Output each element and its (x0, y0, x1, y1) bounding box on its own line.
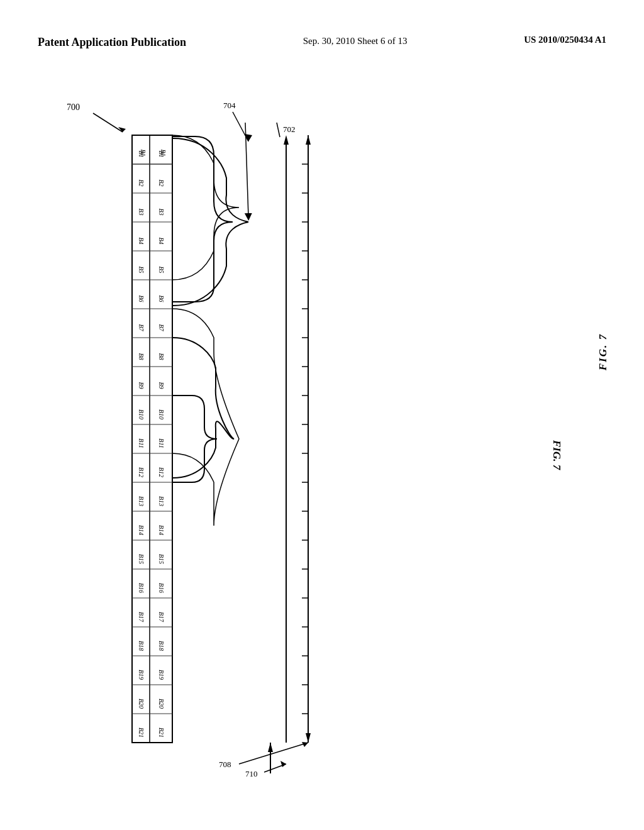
svg-text:B15: B15 (138, 554, 145, 564)
svg-text:B16: B16 (138, 583, 145, 593)
brace-upper-group (172, 136, 233, 302)
svg-marker-93 (284, 135, 289, 145)
svg-text:B12: B12 (158, 467, 165, 477)
svg-text:B14: B14 (158, 525, 165, 535)
brace2-top (173, 338, 234, 439)
svg-text:B21: B21 (138, 728, 145, 738)
svg-text:B20: B20 (158, 699, 165, 709)
svg-text:B21: B21 (158, 728, 165, 738)
brace-top (173, 138, 248, 222)
svg-text:B13: B13 (138, 496, 145, 506)
svg-text:B17: B17 (138, 612, 145, 622)
upper-brace (172, 135, 239, 280)
svg-text:B5: B5 (138, 266, 145, 273)
svg-text:B13: B13 (158, 496, 165, 506)
svg-text:B10: B10 (158, 409, 165, 419)
svg-text:B19: B19 (138, 670, 145, 680)
svg-text:B2: B2 (158, 179, 165, 186)
svg-text:B19: B19 (158, 670, 165, 680)
lower-brace (172, 309, 239, 526)
svg-text:B20: B20 (138, 699, 145, 709)
svg-text:B7: B7 (158, 324, 165, 331)
svg-text:B17: B17 (158, 612, 165, 622)
svg-text:B11: B11 (158, 438, 165, 448)
svg-text:B8: B8 (138, 353, 145, 360)
svg-text:B1: B1 (138, 150, 145, 157)
diagram-svg: 700 B1 B1 B1 B1 B2 B2 B (0, 0, 644, 830)
svg-text:B12: B12 (138, 467, 145, 477)
ruler-top-arrow (306, 135, 311, 145)
brace-lower-group (172, 396, 217, 482)
svg-text:B18: B18 (138, 641, 145, 651)
label-704: 704 (223, 101, 236, 110)
svg-marker-95 (268, 743, 273, 752)
figure-label: FIG. 7 (551, 440, 563, 471)
svg-text:B3: B3 (138, 208, 145, 215)
svg-text:B16: B16 (158, 583, 165, 593)
brace2-bottom (173, 421, 234, 478)
label-708: 708 (219, 760, 231, 769)
svg-line-98 (239, 743, 308, 764)
label-710: 710 (245, 769, 258, 778)
svg-text:B6: B6 (158, 295, 165, 302)
svg-text:B3: B3 (158, 208, 165, 215)
svg-text:B4: B4 (158, 237, 165, 244)
svg-text:B11: B11 (138, 438, 145, 448)
svg-text:B2: B2 (138, 179, 145, 186)
figure-label-text: FIG. 7 (597, 333, 609, 370)
svg-text:B1: B1 (158, 150, 165, 157)
svg-text:B8: B8 (158, 353, 165, 360)
label-700: 700 (67, 102, 80, 112)
svg-line-96 (233, 112, 248, 141)
svg-text:B15: B15 (158, 554, 165, 564)
svg-text:B6: B6 (138, 295, 145, 302)
svg-text:B7: B7 (138, 324, 145, 331)
label-702: 702 (283, 124, 296, 134)
svg-text:B10: B10 (138, 409, 145, 419)
svg-text:B18: B18 (158, 641, 165, 651)
svg-line-91 (277, 123, 280, 137)
svg-text:B9: B9 (138, 382, 145, 389)
ruler-bottom-arrow (306, 733, 311, 743)
svg-text:B9: B9 (158, 382, 165, 389)
svg-text:B4: B4 (138, 237, 145, 244)
brace-bottom (173, 222, 248, 306)
svg-text:B14: B14 (138, 525, 145, 535)
svg-text:B5: B5 (158, 266, 165, 273)
svg-line-0 (93, 113, 123, 132)
